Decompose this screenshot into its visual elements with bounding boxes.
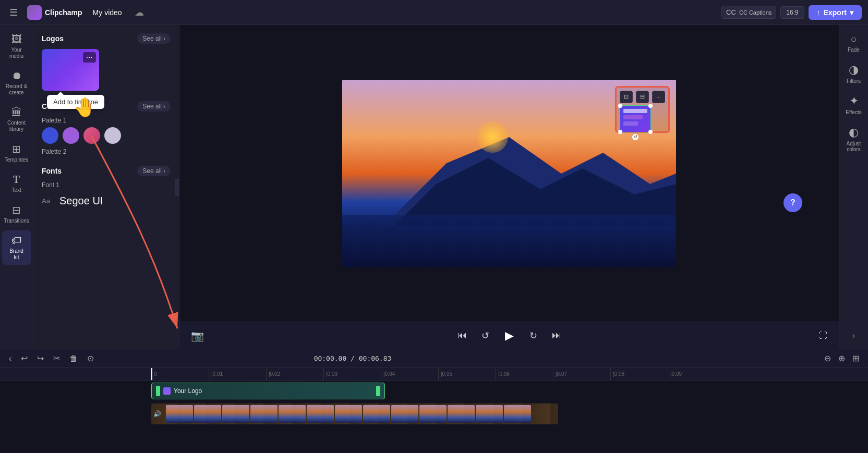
fullscreen-button[interactable]: ⛶ xyxy=(816,329,830,342)
colors-see-all-button[interactable]: See all › xyxy=(137,101,171,112)
font1-name: Segoe UI xyxy=(59,195,103,207)
colors-section: Colors See all › Palette 1 Palette 2 xyxy=(42,101,171,155)
aspect-ratio-button[interactable]: 16:9 xyxy=(780,6,804,19)
brand-kit-icon: 🏷 xyxy=(11,235,22,247)
skip-back-button[interactable]: ⏮ xyxy=(454,328,470,343)
hamburger-button[interactable]: ☰ xyxy=(6,5,21,20)
logo-stripe-a xyxy=(623,109,647,113)
zoom-in-button[interactable]: ⊕ xyxy=(836,352,848,365)
video-canvas[interactable]: ⊡ ⊟ ··· xyxy=(342,80,676,267)
logo-track-right-handle[interactable] xyxy=(376,386,380,396)
logo-track-left-handle[interactable] xyxy=(156,386,160,396)
sidebar-icons: 🖼 Your media ⏺ Record &create 🏛 Content … xyxy=(0,25,33,349)
export-icon: ↑ xyxy=(817,8,821,17)
sidebar-item-record-create[interactable]: ⏺ Record &create xyxy=(2,66,31,100)
right-tool-effects[interactable]: ✦ Effects xyxy=(841,90,866,119)
filters-icon: ◑ xyxy=(849,63,859,77)
fit-zoom-button[interactable]: ⊞ xyxy=(850,352,862,365)
app-name: Clipchamp xyxy=(45,8,82,17)
right-sidebar: ○ Fade ◑ Filters ✦ Effects ◐ Adjust colo… xyxy=(839,25,868,349)
ruler-08: |0:08 xyxy=(610,368,668,380)
canvas-logo-element[interactable]: ↺ xyxy=(620,105,651,132)
text-icon: T xyxy=(13,174,20,186)
logo-track-icon xyxy=(163,387,171,395)
zoom-controls: ⊖ ⊕ ⊞ xyxy=(822,352,862,365)
logo-overlay-box[interactable]: ⊡ ⊟ ··· xyxy=(615,86,670,133)
right-playback-controls: ⛶ xyxy=(816,329,830,342)
sidebar-item-content-library[interactable]: 🏛 Content library xyxy=(2,102,31,137)
thumb-10 xyxy=(419,405,447,423)
scene-snap-button[interactable]: 📷 xyxy=(188,327,207,344)
sidebar-item-brand-kit[interactable]: 🏷 Brandkit xyxy=(2,230,31,265)
sidebar-item-transitions[interactable]: ⊟ Transitions xyxy=(2,200,31,228)
collapse-timeline-button[interactable]: ‹ xyxy=(6,352,14,365)
right-tool-fade[interactable]: ○ Fade xyxy=(841,29,866,57)
timeline-ruler: 0 |0:01 |0:02 |0:03 |0:04 |0:05 |0:06 |0… xyxy=(0,368,868,381)
content-library-icon: 🏛 xyxy=(11,106,22,118)
captions-button[interactable]: CC CC Captions xyxy=(721,6,776,19)
thumb-13 xyxy=(504,405,531,423)
logo-thumbnail[interactable]: ··· xyxy=(42,49,99,91)
video-title-button[interactable]: My video xyxy=(89,6,126,19)
thumb-7 xyxy=(335,405,362,423)
color-purple[interactable] xyxy=(63,127,79,144)
ruler-04: |0:04 xyxy=(381,368,438,380)
handle-tl[interactable] xyxy=(618,104,622,108)
sidebar-item-text[interactable]: T Text xyxy=(2,169,31,198)
rewind-button[interactable]: ↺ xyxy=(478,328,492,344)
topbar-right: CC CC Captions 16:9 ↑ Export ▾ xyxy=(721,5,862,20)
sidebar-label-your-media: Your media xyxy=(4,47,29,59)
right-tool-adjust-colors[interactable]: ◐ Adjust colors xyxy=(841,121,866,156)
sidebar-label-templates: Templates xyxy=(5,157,29,163)
record-create-icon: ⏺ xyxy=(11,70,22,82)
handle-bl[interactable] xyxy=(618,130,622,134)
palette2-label: Palette 2 xyxy=(42,148,171,155)
color-lavender[interactable] xyxy=(104,127,121,144)
logo-stripe-b xyxy=(623,115,643,119)
ruler-05: |0:05 xyxy=(438,368,496,380)
color-blue[interactable] xyxy=(42,127,58,144)
video-preview: ⊡ ⊟ ··· xyxy=(179,25,839,322)
pip-tool-button[interactable]: ⊟ xyxy=(636,91,649,103)
canvas-area: ⊡ ⊟ ··· xyxy=(179,25,839,349)
cut-button[interactable]: ✂ xyxy=(51,352,63,365)
thumb-3 xyxy=(222,405,249,423)
redo-button[interactable]: ↪ xyxy=(34,352,46,365)
sidebar-item-your-media[interactable]: 🖼 Your media xyxy=(2,29,31,64)
right-tool-filters[interactable]: ◑ Filters xyxy=(841,59,866,88)
crop-tool-button[interactable]: ⊡ xyxy=(620,91,633,103)
save-frame-button[interactable]: ⊙ xyxy=(85,352,97,365)
play-button[interactable]: ▶ xyxy=(501,327,518,345)
font1-label: Font 1 xyxy=(42,181,171,189)
collapse-panel-button[interactable]: ‹ xyxy=(175,179,179,195)
fonts-see-all-button[interactable]: See all › xyxy=(137,166,171,176)
sidebar-item-templates[interactable]: ⊞ Templates xyxy=(2,139,31,167)
color-pink[interactable] xyxy=(83,127,100,144)
more-tool-button[interactable]: ··· xyxy=(652,91,665,103)
thumb-5 xyxy=(279,405,306,423)
help-button[interactable]: ? xyxy=(783,193,802,212)
timeline-area: ‹ ↩ ↪ ✂ 🗑 ⊙ 00:00.00 / 00:06.83 ⊖ ⊕ ⊞ 0 … xyxy=(0,349,868,453)
video-track-row: 🔊 xyxy=(151,401,868,428)
playhead xyxy=(151,368,152,380)
right-collapse-button[interactable]: › xyxy=(841,327,866,345)
timeline-tracks: Your Logo 🔊 xyxy=(0,381,868,453)
zoom-out-button[interactable]: ⊖ xyxy=(822,352,834,365)
thumb-8 xyxy=(363,405,390,423)
undo-button[interactable]: ↩ xyxy=(18,352,30,365)
forward-button[interactable]: ↻ xyxy=(526,328,540,344)
sidebar-label-text: Text xyxy=(11,187,21,193)
delete-button[interactable]: 🗑 xyxy=(67,352,80,365)
mountain-svg xyxy=(342,132,676,226)
rotate-handle[interactable]: ↺ xyxy=(632,134,638,140)
logo-track-clip[interactable]: Your Logo xyxy=(151,383,385,399)
ruler-0: 0 xyxy=(151,368,209,380)
skip-forward-button[interactable]: ⏭ xyxy=(549,328,564,343)
handle-br[interactable] xyxy=(648,130,653,134)
export-button[interactable]: ↑ Export ▾ xyxy=(809,5,862,20)
logos-see-all-button[interactable]: See all › xyxy=(137,33,171,44)
video-track-clip[interactable]: 🔊 xyxy=(151,403,558,424)
logo-more-button[interactable]: ··· xyxy=(83,52,96,63)
sidebar-label-content-library: Content library xyxy=(4,120,29,132)
handle-tr[interactable] xyxy=(648,104,653,108)
